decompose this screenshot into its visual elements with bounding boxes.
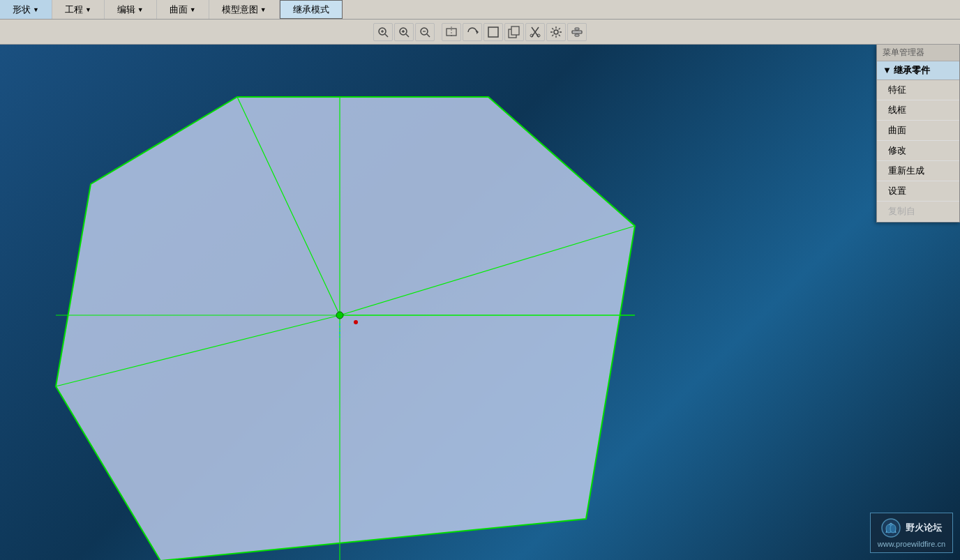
box-icon bbox=[487, 26, 500, 38]
dropdown-section-title: ▼ 继承零件 bbox=[877, 61, 959, 80]
svg-point-28 bbox=[890, 524, 896, 533]
toolbar-box[interactable] bbox=[483, 23, 503, 41]
menu-model-intent-arrow: ▼ bbox=[260, 6, 267, 13]
toolbar-zoom-in[interactable]: + bbox=[394, 23, 414, 41]
dropdown-header[interactable]: 菜单管理器 bbox=[877, 45, 959, 61]
watermark: 野火论坛 www.proewildfire.cn bbox=[870, 513, 953, 553]
watermark-icon bbox=[880, 517, 901, 538]
menubar: 形状 ▼ 工程 ▼ 编辑 ▼ 曲面 ▼ 模型意图 ▼ 继承模式 bbox=[0, 0, 960, 20]
dropdown-item-copy-from: 复制自 bbox=[877, 202, 959, 222]
menu-surface-arrow: ▼ bbox=[190, 6, 196, 13]
center-point bbox=[336, 312, 343, 319]
dropdown-section-arrow: ▼ bbox=[883, 65, 894, 75]
zoom-fit-icon bbox=[377, 26, 389, 38]
svg-line-1 bbox=[385, 34, 388, 37]
cut-icon bbox=[529, 26, 541, 38]
shape-canvas bbox=[0, 45, 960, 560]
menu-inherit-mode[interactable]: 继承模式 bbox=[280, 0, 343, 19]
svg-rect-24 bbox=[575, 28, 579, 30]
dropdown-panel: 菜单管理器 ▼ 继承零件 特征 线框 曲面 修改 重新生成 设置 复制自 bbox=[876, 45, 960, 222]
watermark-logo: 野火论坛 bbox=[880, 517, 942, 538]
menu-shape-arrow: ▼ bbox=[33, 6, 39, 13]
toolbar-view-refit[interactable] bbox=[442, 23, 461, 41]
svg-marker-14 bbox=[477, 30, 479, 34]
menu-engineering-arrow: ▼ bbox=[85, 6, 91, 13]
menu-edit[interactable]: 编辑 ▼ bbox=[105, 0, 157, 19]
svg-rect-15 bbox=[488, 27, 498, 37]
toolbar-settings[interactable] bbox=[546, 23, 566, 41]
toolbar-copy[interactable] bbox=[504, 23, 524, 41]
zoom-out-icon bbox=[419, 26, 431, 38]
watermark-url-text: www.proewildfire.cn bbox=[878, 540, 945, 548]
copy-icon bbox=[508, 26, 520, 38]
toolbar-cut[interactable] bbox=[525, 23, 545, 41]
refit-icon bbox=[445, 26, 458, 38]
svg-line-5 bbox=[406, 34, 409, 37]
dropdown-item-features[interactable]: 特征 bbox=[877, 80, 959, 100]
toolbar-zoom-fit[interactable] bbox=[373, 23, 393, 41]
svg-point-22 bbox=[554, 30, 558, 34]
main-shape bbox=[56, 97, 635, 560]
menu-engineering[interactable]: 工程 ▼ bbox=[52, 0, 105, 19]
svg-rect-23 bbox=[572, 31, 582, 33]
dropdown-item-settings[interactable]: 设置 bbox=[877, 181, 959, 202]
dropdown-item-surface[interactable]: 曲面 bbox=[877, 121, 959, 141]
menu-model-intent[interactable]: 模型意图 ▼ bbox=[209, 0, 280, 19]
toolbar-spin[interactable] bbox=[463, 23, 482, 41]
red-point bbox=[354, 320, 358, 324]
settings-icon bbox=[550, 26, 562, 38]
svg-rect-17 bbox=[511, 27, 519, 35]
menu-edit-arrow: ▼ bbox=[137, 6, 144, 13]
menu-shape[interactable]: 形状 ▼ bbox=[0, 0, 52, 19]
viewport[interactable]: 菜单管理器 ▼ 继承零件 特征 线框 曲面 修改 重新生成 设置 复制自 bbox=[0, 45, 960, 560]
toolbar-zoom-out[interactable] bbox=[415, 23, 435, 41]
menu-surface[interactable]: 曲面 ▼ bbox=[157, 0, 209, 19]
spin-icon bbox=[466, 26, 479, 38]
tools-icon bbox=[571, 26, 583, 38]
toolbar-tools[interactable] bbox=[567, 23, 587, 41]
dropdown-item-regenerate[interactable]: 重新生成 bbox=[877, 161, 959, 181]
svg-line-10 bbox=[427, 34, 430, 37]
watermark-name-text: 野火论坛 bbox=[906, 522, 942, 534]
zoom-in-icon: + bbox=[398, 26, 410, 38]
dropdown-item-wireframe[interactable]: 线框 bbox=[877, 100, 959, 121]
svg-text:+: + bbox=[401, 29, 405, 35]
toolbar: + bbox=[0, 20, 960, 45]
svg-rect-25 bbox=[575, 34, 579, 36]
dropdown-item-modify[interactable]: 修改 bbox=[877, 141, 959, 161]
